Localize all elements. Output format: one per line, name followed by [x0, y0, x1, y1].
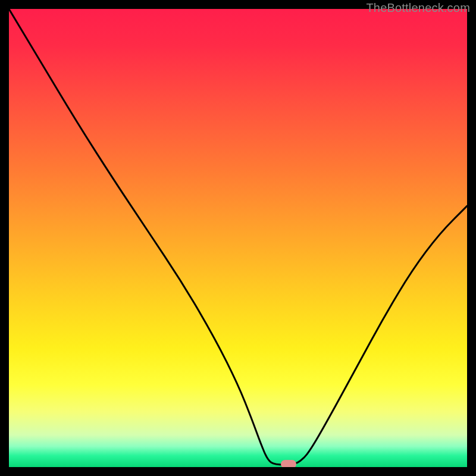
chart-frame: TheBottleneck.com	[0, 0, 476, 476]
watermark-text: TheBottleneck.com	[366, 1, 470, 15]
gradient-background	[9, 9, 467, 467]
plot-area	[9, 9, 467, 467]
optimal-marker	[281, 460, 296, 467]
svg-rect-0	[9, 9, 467, 467]
